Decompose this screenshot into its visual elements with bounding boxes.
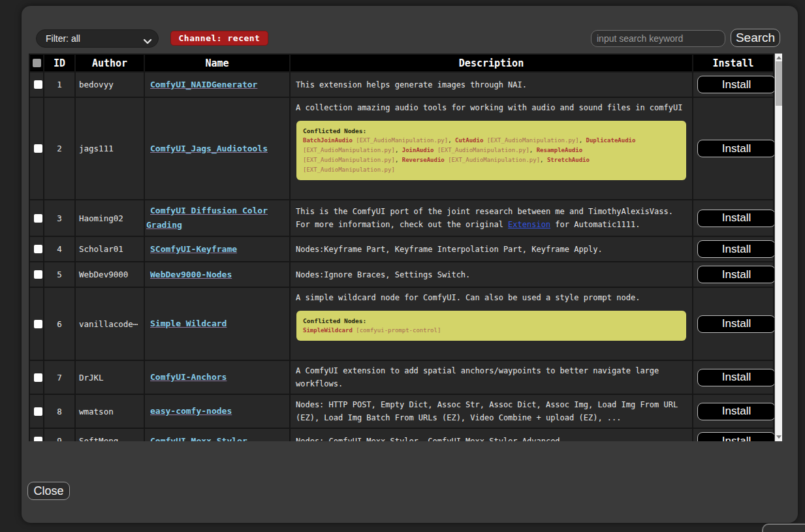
row-checkbox[interactable] (34, 373, 42, 382)
cell-author: vanillacode⋯ (75, 287, 144, 360)
cell-name: easy-comfy-nodes (144, 394, 290, 428)
external-extension-link[interactable]: Extension (508, 220, 550, 229)
select-all-checkbox[interactable] (33, 59, 41, 67)
table-header: ID Author Name Description Install (29, 54, 774, 72)
conflict-node-name: ReverseAudio (402, 157, 445, 163)
filter-select[interactable]: Filter: all (36, 29, 159, 48)
table-row: 3Haoming02ComfyUI Diffusion Color Gradin… (29, 200, 774, 236)
row-checkbox[interactable] (34, 270, 42, 279)
table-row: 2jags111ComfyUI_Jags_AudiotoolsA collect… (29, 97, 774, 200)
extension-name-link[interactable]: easy-comfy-nodes (150, 406, 232, 416)
cell-install: Install (693, 262, 774, 287)
table-row: 7DrJKLComfyUI-AnchorsA ComfyUI extension… (29, 360, 774, 394)
row-checkbox[interactable] (34, 320, 42, 328)
cell-checkbox (29, 287, 44, 360)
conflict-node-name: CutAudio (455, 137, 483, 144)
install-button[interactable]: Install (697, 210, 776, 227)
table-row: 6vanillacode⋯Simple WildcardA simple wil… (29, 287, 774, 360)
cell-id: 3 (44, 200, 75, 236)
install-button[interactable]: Install (697, 432, 776, 441)
cell-description: This is the ComfyUI port of the joint re… (290, 200, 693, 236)
install-button[interactable]: Install (697, 140, 776, 157)
close-button[interactable]: Close (27, 482, 70, 500)
description-text: Nodes: ComfyUI Mexx Styler, ComfyUI Mexx… (296, 435, 687, 442)
cell-description: Nodes:Keyframe Part, Keyframe Interpolat… (290, 236, 693, 262)
extension-name-link[interactable]: WebDev9000-Nodes (150, 270, 232, 279)
cell-id: 5 (44, 262, 75, 287)
cell-name: ComfyUI Diffusion Color Grading (144, 200, 290, 236)
search-button[interactable]: Search (731, 29, 780, 47)
description-text-part: for Automatic1111. (550, 220, 640, 229)
extension-name-link[interactable]: ComfyUI-Anchors (150, 372, 227, 382)
row-checkbox[interactable] (34, 437, 42, 441)
extension-name-link[interactable]: ComfyUI Diffusion Color Grading (146, 206, 268, 230)
cell-id: 6 (44, 287, 75, 360)
scrollbar-down-arrow-icon[interactable] (776, 435, 781, 439)
conflict-node-name: SimpleWildcard (303, 327, 353, 334)
extension-name-link[interactable]: ComfyUI_Jags_Audiotools (150, 144, 268, 153)
row-checkbox[interactable] (34, 407, 42, 416)
extension-name-link[interactable]: Simple Wildcard (150, 319, 227, 328)
cell-id: 4 (44, 236, 75, 262)
cell-checkbox (29, 394, 44, 428)
conflict-node-name: JoinAudio (402, 147, 434, 153)
header-install: Install (693, 54, 774, 72)
conflict-node-name: BatchJoinAudio (303, 137, 353, 144)
cell-name: Simple Wildcard (144, 287, 290, 360)
conflict-node-name: ResampleAudio (537, 147, 582, 153)
cell-checkbox (29, 72, 44, 97)
cell-author: DrJKL (75, 360, 144, 394)
extension-name-link[interactable]: ComfyUI_NAIDGenerator (150, 80, 257, 89)
description-text: This is the ComfyUI port of the joint re… (296, 205, 687, 231)
table-scrollbar[interactable] (774, 54, 782, 441)
cell-install: Install (693, 287, 774, 360)
scrollbar-up-arrow-icon[interactable] (776, 56, 781, 59)
cell-id: 7 (44, 360, 75, 394)
row-checkbox[interactable] (34, 80, 42, 89)
conflict-node-source: [EXT_AudioManipulation.py] (483, 137, 578, 144)
row-checkbox[interactable] (34, 144, 42, 153)
cell-name: ComfyUI_Jags_Audiotools (144, 97, 290, 200)
install-button[interactable]: Install (697, 403, 776, 420)
conflict-node-list: BatchJoinAudio [EXT_AudioManipulation.py… (303, 136, 680, 175)
extension-name-link[interactable]: SComfyUI-Keyframe (150, 244, 237, 254)
scrollbar-thumb[interactable] (776, 61, 782, 106)
extension-name-link[interactable]: ComfyUI_Mexx_Styler (150, 436, 247, 442)
cell-name: ComfyUI_NAIDGenerator (144, 72, 290, 97)
cell-author: Scholar01 (75, 236, 144, 262)
install-button[interactable]: Install (697, 240, 776, 258)
cell-name: ComfyUI-Anchors (144, 360, 290, 394)
install-button[interactable]: Install (697, 76, 776, 93)
conflict-node-list: SimpleWildcard [comfyui-prompt-control] (303, 326, 680, 336)
cell-author: WebDev9000 (75, 262, 144, 287)
cell-checkbox (29, 428, 44, 441)
install-button[interactable]: Install (697, 369, 776, 386)
channel-badge[interactable]: Channel: recent (170, 31, 268, 46)
conflict-node-name: StretchAudio (547, 157, 590, 163)
install-button[interactable]: Install (697, 315, 776, 333)
table-row: 9SoftMengComfyUI_Mexx_StylerNodes: Comfy… (29, 428, 774, 441)
cell-description: Nodes: HTTP POST, Empty Dict, Assoc Str,… (290, 394, 693, 428)
conflict-title: Conflicted Nodes: (303, 126, 680, 136)
header-id: ID (44, 54, 75, 72)
cell-id: 8 (44, 394, 75, 428)
row-checkbox[interactable] (34, 245, 42, 253)
cell-install: Install (693, 200, 774, 236)
cell-author: SoftMeng (75, 428, 144, 441)
conflict-warning-box: Conflicted Nodes:BatchJoinAudio [EXT_Aud… (296, 121, 686, 180)
search-input[interactable] (591, 30, 725, 47)
cell-author: wmatson (75, 394, 144, 428)
conflict-node-source: [EXT_AudioManipulation.py] (434, 147, 529, 153)
row-checkbox[interactable] (34, 214, 42, 223)
conflict-node-source: [EXT_AudioManipulation.py] (303, 147, 395, 153)
cell-checkbox (29, 97, 44, 200)
install-button[interactable]: Install (697, 266, 776, 283)
cell-install: Install (693, 236, 774, 262)
conflict-warning-box: Conflicted Nodes:SimpleWildcard [comfyui… (296, 311, 686, 341)
cell-install: Install (693, 360, 774, 394)
conflict-node-name: DuplicateAudio (586, 137, 636, 144)
header-description: Description (290, 54, 693, 72)
description-text: Nodes: HTTP POST, Empty Dict, Assoc Str,… (296, 398, 687, 424)
cell-id: 2 (44, 97, 75, 200)
description-text: This extension helps generate images thr… (296, 78, 687, 91)
